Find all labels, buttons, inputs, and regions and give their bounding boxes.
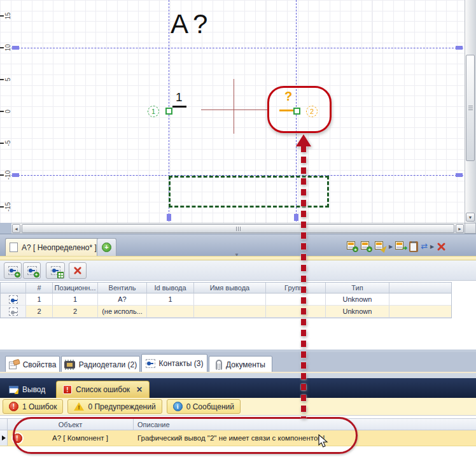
edit-component-button[interactable] — [375, 241, 386, 252]
header-description[interactable]: Описание — [134, 419, 476, 430]
pin2-unknown-label: ? — [284, 89, 292, 104]
header-group[interactable]: Группа — [266, 283, 326, 293]
header-object[interactable]: Объект — [8, 419, 134, 430]
vertical-scrollbar[interactable]: ▼ — [465, 0, 476, 223]
output-window-icon — [9, 386, 18, 393]
add-component-button[interactable]: + — [347, 241, 358, 252]
cell-pin-name[interactable] — [194, 306, 266, 318]
cell-pin-id[interactable]: 1 — [147, 293, 194, 306]
delete-icon — [73, 266, 82, 275]
table-row[interactable]: 2 2 (не исполь... Unknown — [1, 306, 451, 318]
row-selector[interactable] — [1, 306, 26, 318]
accent-strip — [0, 256, 476, 260]
pin-row-icon — [9, 295, 18, 304]
errors-filter-button[interactable]: ! 1 Ошибок — [3, 399, 63, 414]
cell-position[interactable]: 1 — [53, 293, 98, 306]
cell-group[interactable] — [266, 293, 326, 306]
tab-label: Вывод — [22, 385, 45, 394]
add-pin-group-button[interactable]: + — [23, 262, 41, 279]
row-selector[interactable] — [1, 293, 26, 306]
tab-output[interactable]: Вывод — [3, 381, 52, 398]
cell-type[interactable]: Unknown — [326, 306, 389, 318]
panel-splitter[interactable] — [0, 373, 476, 378]
pin1-hotspot[interactable] — [165, 108, 172, 115]
header-position[interactable]: Позиционн... — [53, 283, 98, 293]
cell-pin-name[interactable] — [194, 293, 266, 306]
cell-num[interactable]: 2 — [26, 306, 53, 318]
horizontal-scroll-thumb[interactable] — [22, 224, 454, 233]
cell-position[interactable]: 2 — [53, 306, 98, 318]
tab-contacts[interactable]: Контакты (3) — [141, 354, 207, 373]
guide-handle[interactable] — [167, 214, 171, 221]
component-designator[interactable]: A? — [171, 9, 212, 39]
guide-handle[interactable] — [456, 173, 463, 177]
error-list-icon: ! — [63, 385, 72, 394]
pin-toolbar: + + — [0, 260, 476, 281]
swap-button[interactable]: ⇄ — [421, 241, 428, 252]
dropdown-arrow-icon[interactable]: ▶ — [389, 244, 393, 250]
bottom-tab-strip: Свойства Радиодетали (2) Контакты (3) До… — [0, 352, 476, 373]
paste-button[interactable] — [409, 241, 418, 252]
scrollbar-corner — [0, 223, 11, 234]
header-pin-name[interactable]: Имя вывода — [194, 283, 266, 293]
guide-handle[interactable] — [294, 214, 298, 221]
error-filter-toolbar: ! 1 Ошибок ! 0 Предупреждений i 0 Сообще… — [0, 398, 476, 416]
ruler-label: 5 — [4, 73, 12, 87]
error-row[interactable]: ! A? [ Компонент ] Графический вывод "2"… — [0, 430, 476, 446]
document-tab-label: A? [ Неопределено* ] — [22, 243, 97, 252]
close-document-button[interactable] — [437, 242, 446, 251]
scroll-right-button[interactable]: ► — [456, 224, 464, 233]
table-row[interactable]: 1 1 A? 1 Unknown — [1, 293, 451, 306]
schematic-canvas[interactable]: 15 10 5 0 -5 -10 -15 A? 1 1 — [0, 0, 476, 234]
error-icon: ! — [9, 402, 18, 411]
new-document-button[interactable]: + — [97, 238, 116, 256]
close-icon[interactable]: ✕ — [136, 385, 143, 394]
header-pin-id[interactable]: Id вывода — [147, 283, 194, 293]
guide-handle[interactable] — [12, 46, 19, 50]
cell-group[interactable] — [266, 306, 326, 318]
delete-pin-button[interactable] — [69, 262, 87, 279]
ruler-label: -5 — [4, 136, 12, 150]
tab-documents[interactable]: Документы — [209, 356, 272, 373]
tab-error-list[interactable]: ! Список ошибок ✕ — [56, 381, 150, 398]
dropdown-arrow-icon[interactable]: ▶ — [430, 244, 434, 250]
export-component-button[interactable]: ➜ — [395, 241, 407, 252]
info-icon: i — [173, 402, 183, 411]
warnings-filter-button[interactable]: ! 0 Предупреждений — [67, 399, 162, 414]
cell-type[interactable]: Unknown — [326, 293, 389, 306]
guide-handle[interactable] — [12, 173, 19, 177]
error-list-grid: Объект Описание ! A? [ Компонент ] Графи… — [0, 416, 476, 459]
error-description-cell[interactable]: Графический вывод "2" не имеет связи с к… — [134, 430, 476, 446]
pin2-hotspot[interactable] — [293, 108, 300, 115]
cell-gate[interactable]: A? — [98, 293, 147, 306]
button-label: 0 Сообщений — [186, 402, 234, 411]
header-gate[interactable]: Вентиль — [98, 283, 147, 293]
pin-table-panel: # Позиционн... Вентиль Id вывода Имя выв… — [0, 281, 476, 350]
scroll-left-button[interactable]: ◄ — [12, 224, 20, 233]
pin2-number-bubble: 2 — [306, 106, 318, 117]
error-object-cell[interactable]: A? [ Компонент ] — [27, 430, 134, 446]
ruler-tick — [0, 174, 4, 176]
cell-blank — [389, 306, 451, 318]
header-type[interactable]: Тип — [326, 283, 389, 293]
ruler-tick — [0, 47, 4, 48]
vertical-scroll-thumb[interactable] — [466, 55, 475, 161]
horizontal-scrollbar[interactable]: ◄ ► — [11, 223, 465, 234]
scroll-down-button[interactable]: ▼ — [466, 213, 475, 222]
ruler-tick — [0, 79, 4, 80]
error-icon: ! — [13, 434, 22, 443]
tab-properties[interactable]: Свойства — [5, 356, 60, 373]
cell-pin-id[interactable] — [147, 306, 194, 318]
messages-filter-button[interactable]: i 0 Сообщений — [167, 399, 241, 414]
duplicate-component-button[interactable]: + — [361, 241, 372, 252]
pin-table-button[interactable] — [46, 262, 65, 279]
cell-gate[interactable]: (не исполь... — [98, 306, 147, 318]
guide-handle[interactable] — [456, 46, 463, 50]
add-pin-button[interactable]: + — [4, 262, 22, 279]
cell-num[interactable]: 1 — [26, 293, 53, 306]
header-num[interactable]: # — [26, 283, 53, 293]
document-tab-active[interactable]: A? [ Неопределено* ] — [5, 238, 104, 256]
pin-add-group-icon: + — [27, 266, 37, 275]
tab-parts[interactable]: Радиодетали (2) — [61, 356, 140, 373]
document-tab-strip: A? [ Неопределено* ] + ▼ + + ▶ ➜ ⇄ ▶ — [0, 234, 476, 256]
